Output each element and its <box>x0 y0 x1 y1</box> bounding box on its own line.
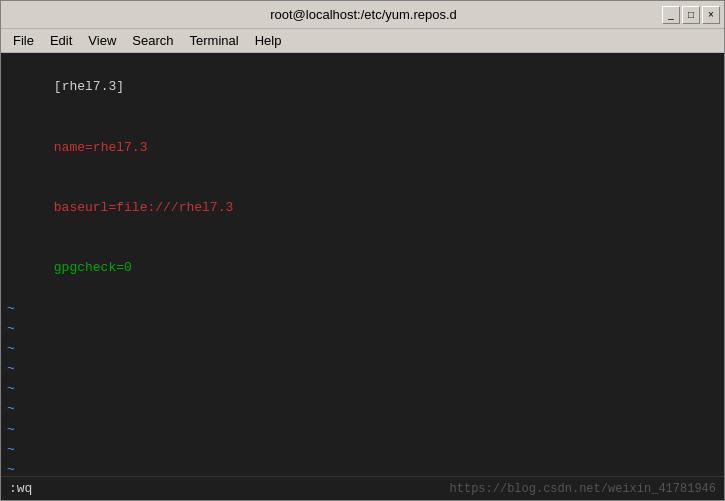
line2-val: rhel7. <box>93 140 140 155</box>
editor-line-4: gpgcheck=0 <box>7 238 718 298</box>
tilde-line-1: ~ <box>7 299 718 319</box>
menu-search[interactable]: Search <box>124 31 181 50</box>
tilde-line-9: ~ <box>7 460 718 476</box>
menu-help[interactable]: Help <box>247 31 290 50</box>
close-button[interactable]: × <box>702 6 720 24</box>
line2-eq: = <box>85 140 93 155</box>
line3-num: 3 <box>225 200 233 215</box>
menu-file[interactable]: File <box>5 31 42 50</box>
terminal-window: root@localhost:/etc/yum.repos.d _ □ × Fi… <box>0 0 725 501</box>
line2-num: 3 <box>140 140 148 155</box>
editor-line-3: baseurl=file:///rhel7.3 <box>7 178 718 238</box>
tilde-line-8: ~ <box>7 440 718 460</box>
tilde-line-7: ~ <box>7 420 718 440</box>
editor-line-1: [rhel7.3] <box>7 57 718 117</box>
menu-terminal[interactable]: Terminal <box>182 31 247 50</box>
line4-num: 0 <box>124 260 132 275</box>
menubar: File Edit View Search Terminal Help <box>1 29 724 53</box>
menu-view[interactable]: View <box>80 31 124 50</box>
line1-text: rhel7.3 <box>62 79 117 94</box>
status-bar: :wq https://blog.csdn.net/weixin_4178194… <box>1 476 724 500</box>
tilde-line-3: ~ <box>7 339 718 359</box>
window-controls: _ □ × <box>662 6 720 24</box>
tilde-line-6: ~ <box>7 399 718 419</box>
line1-bracket-close: ] <box>116 79 124 94</box>
watermark-text: https://blog.csdn.net/weixin_41781946 <box>450 482 716 496</box>
vim-command: :wq <box>9 481 32 496</box>
maximize-button[interactable]: □ <box>682 6 700 24</box>
tilde-line-4: ~ <box>7 359 718 379</box>
menu-edit[interactable]: Edit <box>42 31 80 50</box>
line4-eq: = <box>116 260 124 275</box>
line2-key: name <box>54 140 85 155</box>
line3-val: file:///rhel7. <box>116 200 225 215</box>
window-title: root@localhost:/etc/yum.repos.d <box>65 7 662 22</box>
tilde-line-5: ~ <box>7 379 718 399</box>
line3-key: baseurl <box>54 200 109 215</box>
editor-line-2: name=rhel7.3 <box>7 117 718 177</box>
line1-bracket-open: [ <box>54 79 62 94</box>
tilde-line-2: ~ <box>7 319 718 339</box>
minimize-button[interactable]: _ <box>662 6 680 24</box>
title-bar: root@localhost:/etc/yum.repos.d _ □ × <box>1 1 724 29</box>
line4-key: gpgcheck <box>54 260 116 275</box>
editor-area[interactable]: [rhel7.3] name=rhel7.3 baseurl=file:///r… <box>1 53 724 476</box>
